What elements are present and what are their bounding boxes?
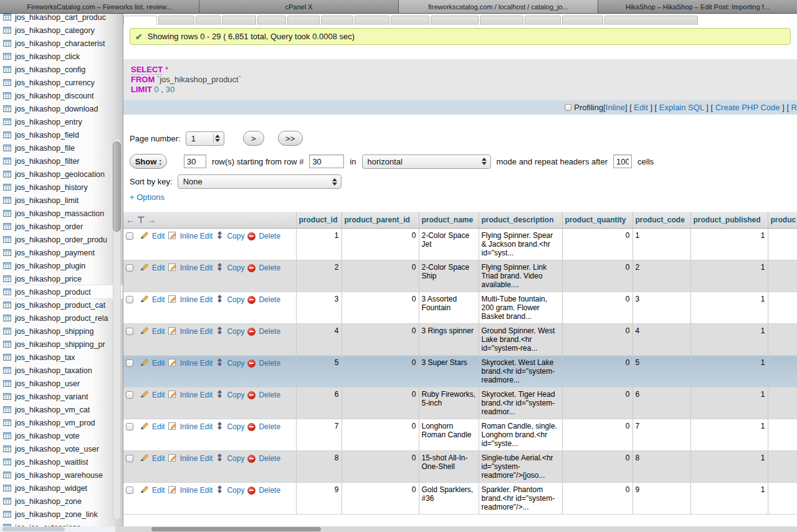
- inline-edit-link[interactable]: Inline Edit: [180, 264, 213, 272]
- pma-tab-stub-10[interactable]: [480, 16, 523, 25]
- sidebar-scrollbar-thumb[interactable]: [113, 141, 121, 232]
- row-checkbox[interactable]: [126, 296, 133, 303]
- sidebar-item-jos_hikashop_zone_link[interactable]: jos_hikashop_zone_link: [0, 508, 123, 521]
- sidebar-item-jos_ice_extensions[interactable]: jos_ice_extensions: [0, 521, 123, 526]
- copy-link[interactable]: Copy: [227, 359, 244, 368]
- options-toggle-link[interactable]: + Options: [130, 192, 165, 202]
- main-hscrollbar-thumb[interactable]: [151, 527, 321, 531]
- browser-tab-1[interactable]: cPanel X: [199, 0, 399, 13]
- pma-tab-stub-7[interactable]: [355, 16, 389, 25]
- sidebar-item-jos_hikashop_filter[interactable]: jos_hikashop_filter: [0, 154, 123, 168]
- repeat-headers-input[interactable]: [613, 154, 632, 168]
- sidebar-hscrollbar-track[interactable]: [0, 526, 115, 532]
- sidebar-item-jos_hikashop_vote[interactable]: jos_hikashop_vote: [0, 429, 123, 442]
- pma-tab-stub-2[interactable]: [196, 16, 221, 25]
- sidebar-item-jos_hikashop_tax[interactable]: jos_hikashop_tax: [0, 351, 123, 364]
- query-link-explain-sql[interactable]: Explain SQL: [659, 103, 704, 112]
- row-checkbox[interactable]: [126, 328, 133, 335]
- row-checkbox[interactable]: [126, 391, 133, 399]
- pma-tab-stub-5[interactable]: [287, 16, 320, 25]
- pma-tab-stub-8[interactable]: [391, 16, 429, 25]
- copy-link[interactable]: Copy: [227, 327, 244, 336]
- sidebar-item-jos_hikashop_plugin[interactable]: jos_hikashop_plugin: [0, 259, 123, 272]
- sidebar-item-jos_hikashop_zone[interactable]: jos_hikashop_zone: [0, 495, 123, 508]
- sidebar-item-jos_hikashop_vm_cat[interactable]: jos_hikashop_vm_cat: [0, 403, 123, 416]
- show-button[interactable]: Show :: [130, 154, 167, 169]
- sidebar-item-jos_hikashop_category[interactable]: jos_hikashop_category: [0, 24, 123, 37]
- row-checkbox[interactable]: [126, 264, 133, 272]
- last-page-button[interactable]: >>: [278, 131, 303, 146]
- sidebar-item-jos_hikashop_variant[interactable]: jos_hikashop_variant: [0, 390, 123, 403]
- copy-link[interactable]: Copy: [227, 295, 244, 304]
- sort-key-select[interactable]: None: [178, 174, 341, 189]
- rows-count-input[interactable]: [184, 154, 206, 168]
- edit-link[interactable]: Edit: [152, 327, 165, 336]
- edit-link[interactable]: Edit: [152, 454, 165, 463]
- edit-link[interactable]: Edit: [152, 264, 165, 272]
- nav-left-arrow-icon[interactable]: ←: [126, 215, 135, 225]
- delete-link[interactable]: Delete: [259, 454, 280, 463]
- delete-link[interactable]: Delete: [259, 359, 280, 368]
- sidebar-item-jos_hikashop_characterist[interactable]: jos_hikashop_characterist: [0, 37, 123, 50]
- sidebar-item-jos_hikashop_waitlist[interactable]: jos_hikashop_waitlist: [0, 455, 123, 468]
- row-checkbox[interactable]: [126, 487, 133, 494]
- delete-link[interactable]: Delete: [259, 327, 280, 336]
- sidebar-item-jos_hikashop_product[interactable]: jos_hikashop_product: [0, 285, 123, 298]
- column-header-product-description[interactable]: product_description: [479, 212, 562, 229]
- query-link-create-php-code[interactable]: Create PHP Code: [715, 103, 780, 112]
- copy-link[interactable]: Copy: [227, 232, 244, 240]
- sidebar-item-jos_hikashop_payment[interactable]: jos_hikashop_payment: [0, 246, 123, 259]
- row-checkbox[interactable]: [126, 232, 133, 240]
- browser-tab-2[interactable]: fireworkscatalog.com / localhost / catal…: [399, 0, 598, 13]
- pma-tab-stub-0[interactable]: [123, 16, 157, 25]
- sidebar-item-jos_hikashop_taxation[interactable]: jos_hikashop_taxation: [0, 364, 123, 377]
- sidebar-item-jos_hikashop_entry[interactable]: jos_hikashop_entry: [0, 115, 123, 128]
- browser-tab-0[interactable]: FireworksCatalog.com – Fireworks list, r…: [0, 0, 199, 13]
- column-header-product-name[interactable]: product_name: [419, 212, 479, 229]
- copy-link[interactable]: Copy: [227, 391, 244, 399]
- browser-tab-3[interactable]: HikaShop – HikaShop – Edit Post: Importi…: [598, 0, 797, 13]
- delete-link[interactable]: Delete: [259, 422, 280, 431]
- sidebar-item-jos_hikashop_shipping[interactable]: jos_hikashop_shipping: [0, 325, 123, 338]
- pma-tab-stub-9[interactable]: [431, 16, 479, 25]
- inline-edit-link[interactable]: Inline Edit: [180, 295, 213, 304]
- sidebar-item-jos_hikashop_limit[interactable]: jos_hikashop_limit: [0, 194, 123, 207]
- pma-tab-stub-3[interactable]: [222, 16, 256, 25]
- nav-transpose-icon[interactable]: ⊤: [137, 215, 145, 225]
- sidebar-item-jos_hikashop_warehouse[interactable]: jos_hikashop_warehouse: [0, 468, 123, 482]
- column-header-product-quantity[interactable]: product_quantity: [562, 212, 632, 229]
- copy-link[interactable]: Copy: [227, 264, 244, 272]
- sidebar-item-jos_hikashop_vote_user[interactable]: jos_hikashop_vote_user: [0, 442, 123, 455]
- inline-edit-link[interactable]: Inline Edit: [180, 486, 213, 495]
- edit-link[interactable]: Edit: [152, 391, 165, 399]
- next-page-button[interactable]: >: [243, 131, 264, 146]
- delete-link[interactable]: Delete: [259, 232, 280, 240]
- sidebar-item-jos_hikashop_file[interactable]: jos_hikashop_file: [0, 141, 123, 154]
- main-hscrollbar-track[interactable]: [115, 526, 797, 532]
- sidebar-item-jos_hikashop_massaction[interactable]: jos_hikashop_massaction: [0, 207, 123, 220]
- inline-edit-link[interactable]: Inline Edit: [180, 391, 213, 399]
- page-number-select[interactable]: 1: [186, 131, 224, 146]
- column-header-product-published[interactable]: product_published: [690, 212, 768, 229]
- sidebar-hscrollbar-thumb[interactable]: [2, 527, 65, 531]
- sidebar-item-jos_hikashop_history[interactable]: jos_hikashop_history: [0, 181, 123, 194]
- column-header-product-id[interactable]: product_id: [296, 212, 341, 229]
- pma-tab-stub-6[interactable]: [321, 16, 353, 25]
- sidebar-item-jos_hikashop_config[interactable]: jos_hikashop_config: [0, 63, 123, 76]
- delete-link[interactable]: Delete: [259, 391, 280, 399]
- sidebar-item-jos_hikashop_user[interactable]: jos_hikashop_user: [0, 377, 123, 390]
- profiling-checkbox[interactable]: [565, 104, 571, 111]
- edit-link[interactable]: Edit: [152, 232, 165, 240]
- sidebar-item-jos_hikashop_currency[interactable]: jos_hikashop_currency: [0, 76, 123, 89]
- sidebar-item-jos_hikashop_product_rela[interactable]: jos_hikashop_product_rela: [0, 311, 123, 325]
- copy-link[interactable]: Copy: [227, 454, 244, 463]
- inline-edit-link[interactable]: Inline Edit: [180, 232, 213, 240]
- row-checkbox[interactable]: [126, 359, 133, 367]
- edit-link[interactable]: Edit: [152, 359, 165, 368]
- sidebar-item-jos_hikashop_order[interactable]: jos_hikashop_order: [0, 220, 123, 233]
- sidebar-item-jos_hikashop_click[interactable]: jos_hikashop_click: [0, 50, 123, 63]
- inline-edit-link[interactable]: Inline Edit: [180, 327, 213, 336]
- column-header-product-cut[interactable]: produc: [768, 212, 797, 229]
- edit-link[interactable]: Edit: [152, 295, 165, 304]
- mode-select[interactable]: horizontal: [362, 154, 491, 169]
